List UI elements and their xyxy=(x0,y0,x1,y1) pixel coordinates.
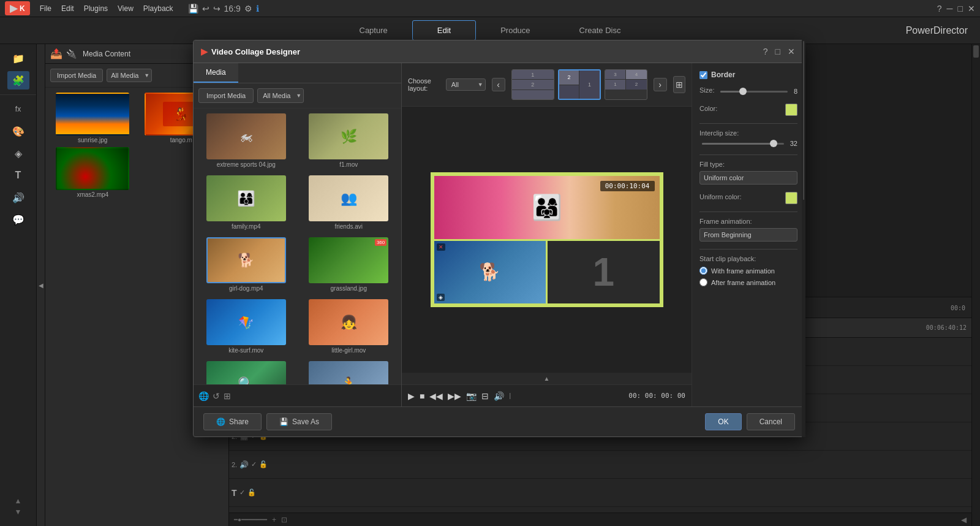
layout-prev-btn[interactable]: ‹ xyxy=(492,78,505,91)
tool-subtitle[interactable]: 💬 xyxy=(7,210,29,229)
collage-play-btn[interactable]: ▶ xyxy=(408,391,415,401)
settings-scrollbar[interactable] xyxy=(802,63,805,406)
collage-cell-bottom-right[interactable]: 1 xyxy=(548,241,660,304)
dialog-item-magnify[interactable]: 🔍 magnifing-glass.mpg xyxy=(196,359,296,384)
dialog-refresh-icon[interactable]: ↺ xyxy=(213,391,220,401)
menu-edit[interactable]: Edit xyxy=(61,4,74,13)
dialog-item-grassland[interactable]: 360 grassland.jpg xyxy=(299,235,399,294)
dialog-help-btn[interactable]: ? xyxy=(761,45,771,58)
collage-volume-btn[interactable]: 🔊 xyxy=(494,391,504,401)
zoom-slider[interactable]: ━●━━━━━━━ xyxy=(234,516,267,523)
scroll-down-icon[interactable]: ▼ xyxy=(15,508,22,516)
collage-cell-top[interactable]: 👨‍👩‍👧 00:00:10:04 xyxy=(434,176,660,239)
layout-thumb-2[interactable]: 2 1 xyxy=(558,69,601,100)
panel-collapse-btn[interactable]: ◀ xyxy=(37,44,45,526)
radio-after-frame[interactable]: After frame animation xyxy=(699,278,797,286)
track-5-check[interactable]: ✓ xyxy=(251,460,257,468)
radio-after-frame-input[interactable] xyxy=(699,278,707,286)
tool-effects[interactable]: 🧩 xyxy=(7,71,29,90)
tool-color[interactable]: 🎨 xyxy=(7,122,29,140)
undo-icon[interactable]: ↩ xyxy=(202,4,209,13)
uniform-color-setting: Uniform color: xyxy=(699,192,797,204)
layout-thumb-1[interactable]: 1 2 xyxy=(511,69,554,100)
tab-edit[interactable]: Edit xyxy=(412,20,476,40)
collage-snapshot-btn[interactable]: 📷 xyxy=(466,391,477,401)
layout-thumb-3[interactable]: 3 4 1 2 xyxy=(605,69,647,100)
track-5-lock[interactable]: 🔓 xyxy=(259,460,268,468)
dialog-all-media-select[interactable]: All Media xyxy=(257,88,304,103)
dialog-import-btn[interactable]: Import Media xyxy=(198,88,254,103)
help-icon[interactable]: ? xyxy=(937,4,942,13)
cancel-btn[interactable]: Cancel xyxy=(747,413,795,430)
border-checkbox[interactable] xyxy=(699,71,707,79)
dialog-maximize-btn[interactable]: □ xyxy=(773,45,783,58)
interclip-slider[interactable] xyxy=(702,143,784,145)
right-scrollbar[interactable] xyxy=(971,44,980,526)
radio-with-frame-input[interactable] xyxy=(699,267,707,275)
dialog-tab-media[interactable]: Media xyxy=(194,63,238,83)
maximize-icon[interactable]: □ xyxy=(958,4,963,13)
aspect-ratio-icon[interactable]: 16:9 xyxy=(224,4,241,13)
layout-next-btn[interactable]: › xyxy=(654,78,667,91)
scroll-left-icon[interactable]: ◀ xyxy=(961,516,967,524)
color-swatch[interactable] xyxy=(785,104,797,116)
tab-capture[interactable]: Capture xyxy=(335,21,412,40)
dialog-item-marathon[interactable]: 🏃 marathon.mov xyxy=(299,359,399,384)
size-slider[interactable] xyxy=(720,91,787,93)
zoom-fit-icon[interactable]: ⊡ xyxy=(281,516,287,524)
minimize-icon[interactable]: ─ xyxy=(947,4,953,13)
collage-cell-bottom-left[interactable]: 🐕 ✕ ◈ xyxy=(434,241,546,304)
dialog-item-f1[interactable]: 🌿 f1.mov xyxy=(299,111,399,170)
dialog-item-kitesurf[interactable]: 🪁 kite-surf.mov xyxy=(196,297,296,356)
dialog-globe-icon[interactable]: 🌐 xyxy=(198,391,209,401)
save-as-btn[interactable]: 💾 Save As xyxy=(266,413,332,430)
tool-audio[interactable]: 🔊 xyxy=(7,188,29,207)
tab-create-disc[interactable]: Create Disc xyxy=(555,21,646,40)
tool-transition[interactable]: ◈ xyxy=(7,144,29,162)
dialog-grid-icon[interactable]: ⊞ xyxy=(224,391,231,401)
menu-playback[interactable]: Playback xyxy=(143,4,173,13)
collage-prev-frame-btn[interactable]: ◀◀ xyxy=(429,391,443,401)
collage-subtitle-btn[interactable]: ⊟ xyxy=(481,391,489,401)
tool-fx[interactable]: fx xyxy=(7,100,29,118)
all-media-select[interactable]: All Media xyxy=(107,69,152,82)
track-6-lock[interactable]: 🔓 xyxy=(247,489,256,497)
settings-icon[interactable]: ⚙ xyxy=(244,4,252,13)
scroll-up-icon[interactable]: ▲ xyxy=(15,497,22,505)
tool-text[interactable]: T xyxy=(7,166,29,185)
fill-type-select[interactable]: Uniform color Gradient None xyxy=(699,171,797,185)
tool-import[interactable]: 📁 xyxy=(7,49,29,67)
collage-next-frame-btn[interactable]: ▶▶ xyxy=(448,391,461,401)
bottom-bar: ━●━━━━━━━ + ⊡ ◀ xyxy=(229,513,971,526)
media-item-sunrise[interactable]: sunrise.jpg xyxy=(50,93,135,143)
panel-import-icon[interactable]: 📤 xyxy=(50,48,62,59)
layout-filter-select[interactable]: All xyxy=(446,78,486,91)
menu-view[interactable]: View xyxy=(118,4,134,13)
zoom-in-icon[interactable]: + xyxy=(272,516,276,524)
radio-with-frame[interactable]: With frame animation xyxy=(699,267,797,275)
redo-icon[interactable]: ↪ xyxy=(213,4,221,13)
info-icon[interactable]: ℹ xyxy=(256,4,259,13)
dialog-item-extreme[interactable]: 🏍 extreme sports 04.jpg xyxy=(196,111,296,170)
import-media-btn[interactable]: Import Media xyxy=(50,69,103,82)
dialog-close-btn[interactable]: ✕ xyxy=(785,45,797,58)
uniform-color-swatch[interactable] xyxy=(785,192,797,204)
dialog-item-littlegirl[interactable]: 👧 little-girl.mov xyxy=(299,297,399,356)
collage-stop-btn[interactable]: ■ xyxy=(420,391,424,401)
menu-file[interactable]: File xyxy=(40,4,51,13)
frame-animation-select[interactable]: From Beginning From End Custom xyxy=(699,228,797,242)
media-item-xmas[interactable]: xmas2.mp4 xyxy=(50,147,135,198)
layout-grid-all-btn[interactable]: ⊞ xyxy=(673,76,685,93)
track-6-check[interactable]: ✓ xyxy=(239,489,245,497)
ok-btn[interactable]: OK xyxy=(705,413,741,430)
close-icon[interactable]: ✕ xyxy=(968,4,975,13)
collage-vol-bar: | xyxy=(509,392,511,399)
panel-plug-icon[interactable]: 🔌 xyxy=(66,49,77,59)
share-btn[interactable]: 🌐 Share xyxy=(203,413,262,430)
save-icon[interactable]: 💾 xyxy=(188,4,198,13)
dialog-item-family[interactable]: 👨‍👩‍👦 family.mp4 xyxy=(196,173,296,232)
tab-produce[interactable]: Produce xyxy=(476,21,554,40)
dialog-item-friends[interactable]: 👥 friends.avi xyxy=(299,173,399,232)
menu-plugins[interactable]: Plugins xyxy=(84,4,108,13)
dialog-item-girldog[interactable]: 🐕 girl-dog.mp4 xyxy=(196,235,296,294)
